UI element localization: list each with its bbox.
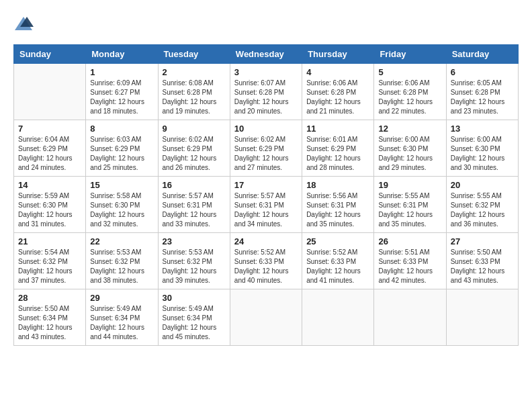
day-cell: 5Sunrise: 6:06 AMSunset: 6:28 PMDaylight… xyxy=(374,64,446,120)
day-number: 2 xyxy=(163,67,226,77)
weekday-header-tuesday: Tuesday xyxy=(158,45,230,64)
weekday-header-saturday: Saturday xyxy=(446,45,518,64)
weekday-header-thursday: Thursday xyxy=(302,45,374,64)
day-number: 22 xyxy=(90,236,153,246)
day-cell: 10Sunrise: 6:02 AMSunset: 6:29 PMDayligh… xyxy=(230,120,302,177)
weekday-header-wednesday: Wednesday xyxy=(230,45,302,64)
day-info: Sunrise: 6:09 AMSunset: 6:27 PMDaylight:… xyxy=(90,79,153,116)
day-number: 16 xyxy=(163,180,226,190)
day-info: Sunrise: 5:59 AMSunset: 6:30 PMDaylight:… xyxy=(18,191,81,229)
day-info: Sunrise: 6:08 AMSunset: 6:28 PMDaylight:… xyxy=(163,79,226,116)
day-number: 7 xyxy=(18,124,81,134)
day-info: Sunrise: 5:53 AMSunset: 6:32 PMDaylight:… xyxy=(90,248,153,285)
week-row-4: 21Sunrise: 5:54 AMSunset: 6:32 PMDayligh… xyxy=(14,233,519,289)
week-row-1: 1Sunrise: 6:09 AMSunset: 6:27 PMDaylight… xyxy=(14,64,519,120)
day-cell: 2Sunrise: 6:08 AMSunset: 6:28 PMDaylight… xyxy=(158,64,230,120)
day-info: Sunrise: 5:50 AMSunset: 6:34 PMDaylight:… xyxy=(18,304,81,342)
week-row-2: 7Sunrise: 6:04 AMSunset: 6:29 PMDaylight… xyxy=(14,120,519,177)
day-cell: 11Sunrise: 6:01 AMSunset: 6:29 PMDayligh… xyxy=(302,120,374,177)
day-info: Sunrise: 5:52 AMSunset: 6:33 PMDaylight:… xyxy=(306,248,369,285)
day-number: 11 xyxy=(306,124,369,134)
day-info: Sunrise: 5:51 AMSunset: 6:33 PMDaylight:… xyxy=(378,248,441,285)
week-row-5: 28Sunrise: 5:50 AMSunset: 6:34 PMDayligh… xyxy=(14,289,519,346)
day-number: 21 xyxy=(18,236,81,246)
day-cell xyxy=(230,289,302,346)
day-cell: 27Sunrise: 5:50 AMSunset: 6:33 PMDayligh… xyxy=(446,233,518,289)
day-info: Sunrise: 5:52 AMSunset: 6:33 PMDaylight:… xyxy=(234,248,298,285)
day-number: 5 xyxy=(378,67,441,77)
day-info: Sunrise: 6:06 AMSunset: 6:28 PMDaylight:… xyxy=(306,79,369,116)
weekday-header-monday: Monday xyxy=(86,45,158,64)
day-cell: 19Sunrise: 5:55 AMSunset: 6:31 PMDayligh… xyxy=(374,177,446,233)
day-cell: 21Sunrise: 5:54 AMSunset: 6:32 PMDayligh… xyxy=(14,233,86,289)
day-info: Sunrise: 5:50 AMSunset: 6:33 PMDaylight:… xyxy=(451,248,514,285)
day-cell: 9Sunrise: 6:02 AMSunset: 6:29 PMDaylight… xyxy=(158,120,230,177)
day-number: 13 xyxy=(451,124,514,134)
day-number: 8 xyxy=(90,124,153,134)
weekday-header-sunday: Sunday xyxy=(14,45,86,64)
day-cell: 28Sunrise: 5:50 AMSunset: 6:34 PMDayligh… xyxy=(14,289,86,346)
day-cell: 23Sunrise: 5:53 AMSunset: 6:32 PMDayligh… xyxy=(158,233,230,289)
day-info: Sunrise: 6:00 AMSunset: 6:30 PMDaylight:… xyxy=(451,135,514,173)
day-cell: 29Sunrise: 5:49 AMSunset: 6:34 PMDayligh… xyxy=(86,289,158,346)
day-cell: 12Sunrise: 6:00 AMSunset: 6:30 PMDayligh… xyxy=(374,120,446,177)
day-cell: 4Sunrise: 6:06 AMSunset: 6:28 PMDaylight… xyxy=(302,64,374,120)
day-number: 6 xyxy=(451,67,514,77)
day-info: Sunrise: 6:03 AMSunset: 6:29 PMDaylight:… xyxy=(90,135,153,173)
day-cell: 24Sunrise: 5:52 AMSunset: 6:33 PMDayligh… xyxy=(230,233,302,289)
day-number: 10 xyxy=(234,124,298,134)
weekday-header-friday: Friday xyxy=(374,45,446,64)
day-cell: 6Sunrise: 6:05 AMSunset: 6:28 PMDaylight… xyxy=(446,64,518,120)
logo xyxy=(13,13,36,34)
day-number: 20 xyxy=(451,180,514,190)
day-cell: 22Sunrise: 5:53 AMSunset: 6:32 PMDayligh… xyxy=(86,233,158,289)
day-cell xyxy=(302,289,374,346)
day-info: Sunrise: 6:02 AMSunset: 6:29 PMDaylight:… xyxy=(234,135,298,173)
day-info: Sunrise: 6:05 AMSunset: 6:28 PMDaylight:… xyxy=(451,79,514,116)
day-info: Sunrise: 5:55 AMSunset: 6:32 PMDaylight:… xyxy=(451,191,514,229)
day-number: 3 xyxy=(234,67,298,77)
day-number: 9 xyxy=(163,124,226,134)
day-cell: 14Sunrise: 5:59 AMSunset: 6:30 PMDayligh… xyxy=(14,177,86,233)
day-number: 12 xyxy=(378,124,441,134)
day-info: Sunrise: 5:56 AMSunset: 6:31 PMDaylight:… xyxy=(306,191,369,229)
day-number: 4 xyxy=(306,67,369,77)
day-info: Sunrise: 5:57 AMSunset: 6:31 PMDaylight:… xyxy=(163,191,226,229)
day-info: Sunrise: 5:58 AMSunset: 6:30 PMDaylight:… xyxy=(90,191,153,229)
day-number: 25 xyxy=(306,236,369,246)
day-cell: 8Sunrise: 6:03 AMSunset: 6:29 PMDaylight… xyxy=(86,120,158,177)
day-number: 18 xyxy=(306,180,369,190)
day-cell: 30Sunrise: 5:49 AMSunset: 6:34 PMDayligh… xyxy=(158,289,230,346)
day-cell: 15Sunrise: 5:58 AMSunset: 6:30 PMDayligh… xyxy=(86,177,158,233)
day-info: Sunrise: 5:55 AMSunset: 6:31 PMDaylight:… xyxy=(378,191,441,229)
day-cell: 13Sunrise: 6:00 AMSunset: 6:30 PMDayligh… xyxy=(446,120,518,177)
day-cell xyxy=(374,289,446,346)
day-cell: 16Sunrise: 5:57 AMSunset: 6:31 PMDayligh… xyxy=(158,177,230,233)
day-info: Sunrise: 5:57 AMSunset: 6:31 PMDaylight:… xyxy=(234,191,298,229)
page-header xyxy=(13,13,519,34)
day-number: 30 xyxy=(163,293,226,303)
day-cell: 25Sunrise: 5:52 AMSunset: 6:33 PMDayligh… xyxy=(302,233,374,289)
day-number: 28 xyxy=(18,293,81,303)
day-cell: 3Sunrise: 6:07 AMSunset: 6:28 PMDaylight… xyxy=(230,64,302,120)
day-cell: 7Sunrise: 6:04 AMSunset: 6:29 PMDaylight… xyxy=(14,120,86,177)
day-number: 17 xyxy=(234,180,298,190)
day-number: 1 xyxy=(90,67,153,77)
day-number: 29 xyxy=(90,293,153,303)
day-info: Sunrise: 6:06 AMSunset: 6:28 PMDaylight:… xyxy=(378,79,441,116)
day-cell: 20Sunrise: 5:55 AMSunset: 6:32 PMDayligh… xyxy=(446,177,518,233)
day-cell: 26Sunrise: 5:51 AMSunset: 6:33 PMDayligh… xyxy=(374,233,446,289)
logo-icon xyxy=(13,13,34,34)
day-cell xyxy=(446,289,518,346)
day-number: 27 xyxy=(451,236,514,246)
day-info: Sunrise: 6:01 AMSunset: 6:29 PMDaylight:… xyxy=(306,135,369,173)
day-cell xyxy=(14,64,86,120)
day-info: Sunrise: 5:53 AMSunset: 6:32 PMDaylight:… xyxy=(163,248,226,285)
day-number: 15 xyxy=(90,180,153,190)
day-info: Sunrise: 6:02 AMSunset: 6:29 PMDaylight:… xyxy=(163,135,226,173)
day-cell: 1Sunrise: 6:09 AMSunset: 6:27 PMDaylight… xyxy=(86,64,158,120)
day-cell: 18Sunrise: 5:56 AMSunset: 6:31 PMDayligh… xyxy=(302,177,374,233)
day-number: 23 xyxy=(163,236,226,246)
day-info: Sunrise: 6:00 AMSunset: 6:30 PMDaylight:… xyxy=(378,135,441,173)
calendar-table: SundayMondayTuesdayWednesdayThursdayFrid… xyxy=(13,44,519,346)
